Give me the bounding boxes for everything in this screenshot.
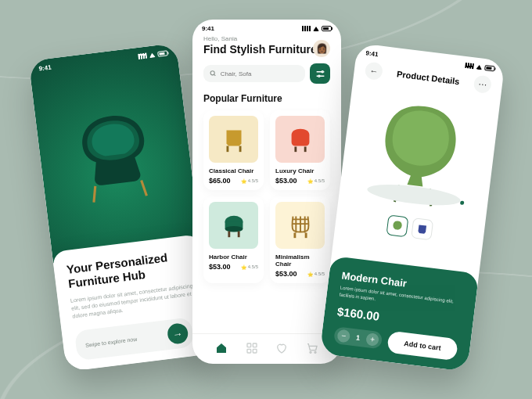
svg-rect-14	[293, 233, 296, 239]
svg-rect-15	[304, 233, 307, 239]
product-card[interactable]: Minimalism Chair $53.00⭐ 4.5/5	[270, 196, 330, 283]
svg-rect-6	[239, 146, 241, 153]
hero-image: 9:41	[28, 43, 200, 263]
status-bar: 9:41	[28, 43, 178, 75]
tab-favorites[interactable]	[275, 342, 288, 354]
svg-rect-16	[247, 343, 251, 347]
product-rating: ⭐ 4.5/5	[307, 178, 325, 184]
qty-increase[interactable]: +	[365, 332, 379, 347]
avatar[interactable]: 👩🏾	[313, 40, 330, 57]
tab-home[interactable]	[215, 342, 228, 354]
svg-rect-1	[140, 180, 148, 196]
product-name: Classical Chair	[209, 167, 258, 174]
headline: Find Stylish Furniture	[203, 43, 330, 56]
product-name: Harbor Chair	[209, 253, 258, 261]
product-name: Luxury Chair	[275, 167, 325, 174]
product-rating: ⭐ 4.5/5	[241, 178, 258, 184]
svg-point-3	[322, 70, 323, 72]
tab-cart[interactable]	[306, 342, 318, 354]
qty-decrease[interactable]: −	[336, 329, 350, 343]
section-title: Popular Furniture	[203, 93, 330, 104]
svg-rect-17	[253, 343, 257, 347]
svg-rect-18	[247, 349, 251, 353]
svg-point-4	[318, 75, 319, 77]
add-to-cart-button[interactable]: Add to cart	[386, 331, 458, 361]
back-button[interactable]: ←	[365, 61, 384, 81]
home-screen: 9:41 Hello, Sania Find Stylish Furniture…	[192, 20, 341, 364]
swipe-label: Swipe to explore now	[85, 332, 162, 347]
qty-value: 1	[353, 333, 364, 343]
svg-point-2	[210, 71, 214, 75]
quantity-stepper: − 1 +	[333, 326, 383, 349]
product-price: $53.00	[275, 177, 297, 185]
status-time: 9:41	[38, 64, 52, 73]
filter-button[interactable]	[310, 63, 330, 84]
onboarding-screen: 9:41 Your Personalized Furniture Hub Lor…	[28, 43, 214, 372]
product-price: $65.00	[209, 177, 231, 185]
more-button[interactable]: ⋯	[473, 75, 493, 95]
detail-screen: 9:41 ← Product Details ⋯ Modern Chair Lo…	[319, 43, 505, 372]
hero-card: Your Personalized Furniture Hub Lorem ip…	[52, 234, 214, 372]
svg-point-20	[310, 351, 311, 353]
tab-categories[interactable]	[246, 342, 258, 354]
product-rating: ⭐ 4.5/5	[307, 271, 325, 277]
search-icon	[210, 70, 217, 77]
swipe-cta[interactable]: Swipe to explore now →	[74, 317, 195, 361]
product-rating: ⭐ 4.5/5	[241, 264, 258, 270]
svg-point-11	[225, 226, 243, 232]
swipe-arrow-icon[interactable]: →	[167, 322, 189, 345]
svg-rect-7	[294, 147, 297, 153]
armchair-illustration	[60, 101, 170, 214]
svg-rect-13	[237, 232, 239, 238]
ottoman-icon	[219, 210, 249, 240]
svg-rect-12	[228, 232, 230, 238]
product-price: $53.00	[275, 270, 297, 278]
chair-icon	[219, 124, 249, 154]
product-image	[336, 77, 501, 232]
product-name: Minimalism Chair	[275, 253, 325, 268]
status-time: 9:41	[365, 49, 379, 58]
sliders-icon	[315, 69, 325, 79]
svg-point-21	[315, 351, 316, 353]
svg-rect-8	[304, 147, 306, 153]
rattan-chair-icon	[286, 210, 315, 240]
product-price: $53.00	[209, 263, 231, 271]
product-card[interactable]: Harbor Chair $53.00⭐ 4.5/5	[203, 196, 264, 283]
svg-rect-5	[226, 146, 228, 153]
svg-rect-0	[92, 186, 96, 203]
status-bar: 9:41	[192, 20, 341, 34]
chair-icon	[286, 124, 315, 154]
product-card[interactable]: Luxury Chair $53.00⭐ 4.5/5	[270, 110, 330, 190]
product-card[interactable]: Classical Chair $65.00⭐ 4.5/5	[203, 110, 264, 190]
detail-card: Modern Chair Lorem ipsum dolor sit amet,…	[319, 256, 479, 372]
svg-rect-19	[253, 349, 257, 353]
search-input[interactable]	[203, 65, 305, 82]
tab-bar	[192, 333, 341, 364]
greeting: Hello, Sania	[203, 35, 330, 42]
status-time: 9:41	[202, 25, 214, 32]
